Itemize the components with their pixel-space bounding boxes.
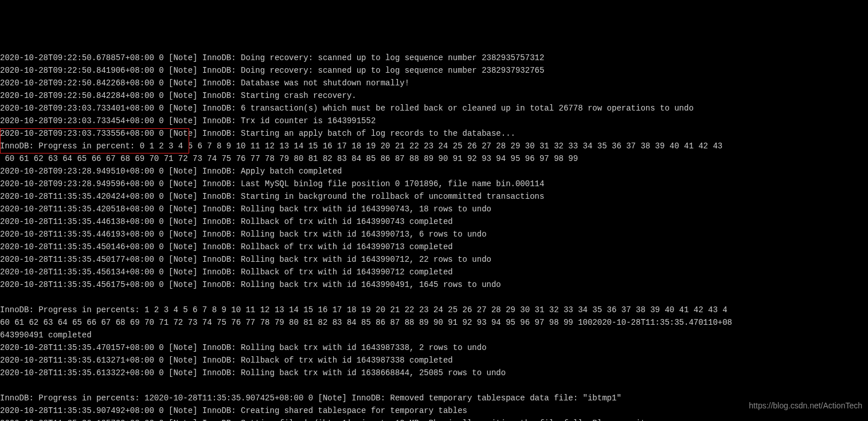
log-line: 60 61 62 63 64 65 66 67 68 69 70 71 72 7… bbox=[0, 316, 868, 329]
watermark-text: https://blog.csdn.net/ActionTech bbox=[749, 399, 862, 412]
log-line bbox=[0, 291, 868, 304]
log-line: 2020-10-28T11:35:35.446138+08:00 0 [Note… bbox=[0, 215, 868, 228]
log-line: 2020-10-28T09:22:50.678857+08:00 0 [Note… bbox=[0, 52, 868, 64]
log-line: InnoDB: Progress in percent: 0 1 2 3 4 5… bbox=[0, 140, 868, 152]
log-line: 2020-10-28T11:35:35.420518+08:00 0 [Note… bbox=[0, 203, 868, 215]
terminal-output: 2020-10-28T09:22:50.678857+08:00 0 [Note… bbox=[0, 52, 868, 421]
log-line: 2020-10-28T11:35:35.420424+08:00 0 [Note… bbox=[0, 190, 868, 203]
log-line: 2020-10-28T11:35:35.907492+08:00 0 [Note… bbox=[0, 404, 868, 417]
log-line: 2020-10-28T11:35:35.456175+08:00 0 [Note… bbox=[0, 278, 868, 291]
log-line: 2020-10-28T11:35:35.456134+08:00 0 [Note… bbox=[0, 266, 868, 278]
log-line: 2020-10-28T09:22:50.842284+08:00 0 [Note… bbox=[0, 89, 868, 102]
log-line: 2020-10-28T09:23:28.949510+08:00 0 [Note… bbox=[0, 165, 868, 178]
log-line: 2020-10-28T09:23:03.733401+08:00 0 [Note… bbox=[0, 102, 868, 115]
log-line: 2020-10-28T11:35:35.450177+08:00 0 [Note… bbox=[0, 253, 868, 266]
log-line: 2020-10-28T11:35:36.105730+08:00 0 [Note… bbox=[0, 417, 868, 421]
log-line: InnoDB: Progress in percents: 1 2 3 4 5 … bbox=[0, 304, 868, 316]
log-line: 2020-10-28T09:22:50.841906+08:00 0 [Note… bbox=[0, 64, 868, 77]
log-line: 2020-10-28T09:22:50.842268+08:00 0 [Note… bbox=[0, 77, 868, 89]
log-line: 2020-10-28T11:35:35.446193+08:00 0 [Note… bbox=[0, 228, 868, 241]
log-line: 2020-10-28T09:23:28.949596+08:00 0 [Note… bbox=[0, 178, 868, 190]
log-line: 60 61 62 63 64 65 66 67 68 69 70 71 72 7… bbox=[0, 152, 868, 165]
log-line: 2020-10-28T11:35:35.470157+08:00 0 [Note… bbox=[0, 341, 868, 354]
log-line: InnoDB: Progress in percents: 12020-10-2… bbox=[0, 392, 868, 404]
log-line: 2020-10-28T09:23:03.733454+08:00 0 [Note… bbox=[0, 115, 868, 127]
log-line: 2020-10-28T09:23:03.733556+08:00 0 [Note… bbox=[0, 127, 868, 140]
log-line: 2020-10-28T11:35:35.450146+08:00 0 [Note… bbox=[0, 241, 868, 253]
log-line bbox=[0, 379, 868, 392]
log-line: 643990491 completed bbox=[0, 329, 868, 341]
log-line: 2020-10-28T11:35:35.613271+08:00 0 [Note… bbox=[0, 354, 868, 367]
log-line: 2020-10-28T11:35:35.613322+08:00 0 [Note… bbox=[0, 367, 868, 379]
